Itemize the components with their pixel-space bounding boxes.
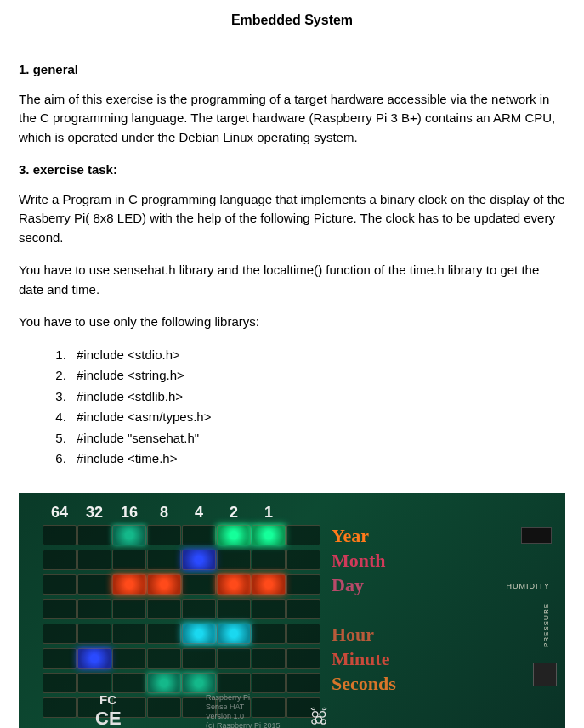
paragraph-task-2: You have to use sensehat.h library and t… (19, 261, 565, 299)
led-cell (286, 550, 320, 570)
led-cell (112, 673, 146, 693)
label-minute: Minute (332, 648, 396, 673)
section-heading-task: 3. exercise task: (19, 161, 565, 180)
document-title: Embedded System (19, 10, 565, 31)
led-cell (217, 574, 251, 595)
header-1: 1 (252, 501, 286, 524)
led-cell (77, 624, 111, 644)
sense-hat-photo: 64 32 16 8 4 2 1 Year Month Day Hour Min… (19, 493, 565, 729)
led-cell (217, 599, 251, 619)
header-32: 32 (77, 501, 111, 524)
led-cell (286, 574, 320, 595)
header-blank (286, 501, 320, 524)
led-cell (252, 648, 286, 669)
chip-icon (521, 527, 552, 544)
section-heading-general: 1. general (19, 60, 565, 80)
led-cell (77, 550, 111, 570)
ce-mark: CE (95, 704, 122, 729)
led-cell (43, 599, 77, 619)
board-text-line: (c) Raspberry Pi 2015 (206, 721, 281, 728)
led-cell (147, 525, 181, 545)
label-seconds: Seconds (332, 673, 396, 697)
header-4: 4 (182, 501, 216, 524)
led-cell (43, 624, 77, 644)
led-cell (147, 697, 181, 718)
led-cell (77, 648, 111, 669)
header-16: 16 (112, 501, 146, 524)
raspberry-pi-logo-icon (308, 705, 330, 727)
label-year: Year (332, 525, 396, 550)
led-cell (252, 550, 286, 570)
led-cell (147, 673, 181, 693)
led-cell (182, 624, 216, 644)
led-cell (286, 599, 320, 619)
led-cell (112, 624, 146, 644)
led-cell (182, 673, 216, 693)
led-cell (182, 525, 216, 545)
svg-point-0 (312, 711, 318, 717)
label-blank (332, 599, 396, 624)
led-cell (252, 574, 286, 595)
humidity-sensor-label: HUMIDITY (507, 581, 551, 593)
led-cell (252, 599, 286, 619)
led-cell (43, 574, 77, 595)
led-cell (43, 648, 77, 669)
pressure-sensor-label: PRESSURE (541, 603, 552, 647)
led-cell (112, 574, 146, 595)
label-hour: Hour (332, 624, 396, 648)
paragraph-task-1: Write a Program in C programming languag… (19, 190, 565, 248)
library-item: #include <asm/types.h> (70, 408, 565, 427)
led-cell (43, 673, 77, 693)
led-cell (182, 550, 216, 570)
led-cell (112, 525, 146, 545)
led-cell (147, 624, 181, 644)
led-matrix (43, 525, 320, 721)
led-cell (286, 525, 320, 545)
chip-icon (533, 663, 557, 686)
led-cell (252, 673, 286, 693)
led-cell (217, 648, 251, 669)
board-silkscreen-text: Raspberry Pi Sense HAT Version 1.0 (c) R… (206, 693, 281, 728)
led-cell (43, 550, 77, 570)
led-cell (182, 648, 216, 669)
led-cell (182, 574, 216, 595)
board-text-line: Version 1.0 (206, 712, 281, 721)
library-item: #include <stdlib.h> (70, 387, 565, 407)
led-cell (217, 550, 251, 570)
led-cell (147, 599, 181, 619)
led-cell (252, 624, 286, 644)
led-cell (286, 673, 320, 693)
row-labels: Year Month Day Hour Minute Seconds (332, 525, 396, 697)
board-text-line: Sense HAT (206, 703, 281, 712)
board-text-line: Raspberry Pi (206, 693, 281, 703)
label-day: Day (332, 574, 396, 599)
led-cell (77, 599, 111, 619)
library-item: #include <stdio.h> (70, 346, 565, 365)
led-cell (112, 648, 146, 669)
led-cell (217, 673, 251, 693)
library-list: #include <stdio.h> #include <string.h> #… (19, 346, 565, 469)
header-2: 2 (217, 501, 251, 524)
led-cell (286, 648, 320, 669)
library-item: #include <time.h> (70, 449, 565, 469)
svg-point-1 (320, 711, 326, 717)
led-cell (252, 525, 286, 545)
library-item: #include "sensehat.h" (70, 429, 565, 449)
led-cell (217, 525, 251, 545)
led-cell (217, 624, 251, 644)
header-64: 64 (43, 501, 77, 524)
led-cell (77, 673, 111, 693)
library-item: #include <string.h> (70, 366, 565, 386)
led-cell (77, 525, 111, 545)
led-cell (43, 697, 77, 718)
led-cell (112, 599, 146, 619)
header-8: 8 (147, 501, 181, 524)
paragraph-task-3: You have to use only the following libra… (19, 313, 565, 332)
led-cell (182, 599, 216, 619)
led-cell (147, 550, 181, 570)
led-cell (147, 574, 181, 595)
led-cell (286, 624, 320, 644)
paragraph-general: The aim of this exercise is the programm… (19, 90, 565, 148)
led-cell (147, 648, 181, 669)
led-cell (43, 525, 77, 545)
